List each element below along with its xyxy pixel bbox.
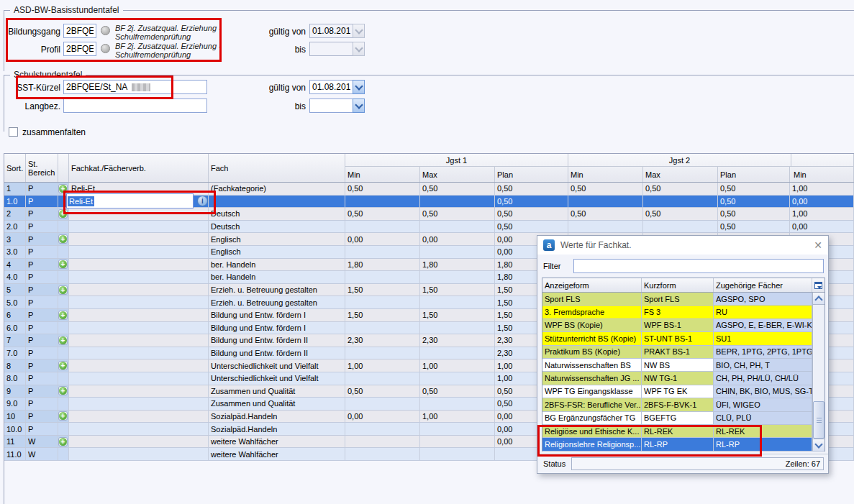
table-cell[interactable]: P (26, 411, 58, 423)
fachkat-list-row[interactable]: BG Ergänzungsfächer TGBGEFTGCLÜ, PLÜ (542, 412, 825, 425)
table-cell[interactable]: 0,50 (495, 208, 568, 220)
table-cell[interactable] (69, 334, 209, 347)
table-cell[interactable]: 0,50 (718, 221, 790, 233)
col-header-fachkat[interactable]: Fachkat./Fächerverb. (69, 154, 209, 182)
table-row[interactable]: 2.0PDeutsch0,500,500,00 (4, 221, 854, 234)
add-row-button[interactable]: + (58, 311, 68, 320)
list-cell[interactable]: ST-UNT BS-1 (642, 332, 714, 344)
table-cell[interactable]: 1,50 (420, 284, 495, 296)
table-cell[interactable] (420, 246, 495, 258)
col-header-min-1[interactable]: Min (345, 167, 420, 182)
table-cell[interactable] (643, 221, 718, 233)
fachkat-list-row[interactable]: Naturwissenschaften BSNW BSBIO, CH, PH, … (542, 359, 825, 372)
table-cell[interactable]: 0,50 (495, 183, 568, 195)
table-cell[interactable]: 0,00 (790, 221, 854, 233)
table-cell[interactable] (345, 448, 420, 460)
table-cell[interactable] (69, 322, 209, 334)
table-cell[interactable]: 1,80 (345, 259, 420, 271)
table-cell[interactable]: 2,30 (345, 334, 420, 347)
table-cell[interactable]: Bildung und Entw. fördern II (209, 347, 345, 359)
list-cell[interactable]: Sport FLS (542, 293, 642, 305)
table-cell[interactable]: 0,50 (345, 208, 420, 220)
gueltig-von-dropdown-2[interactable] (353, 80, 365, 94)
table-cell[interactable]: 0,50 (568, 208, 643, 220)
list-cell[interactable]: FS 3 (642, 306, 714, 318)
table-cell[interactable]: P (26, 322, 58, 334)
table-cell[interactable]: + (58, 385, 69, 398)
table-cell[interactable] (420, 436, 495, 448)
table-cell[interactable]: 1,00 (790, 208, 854, 220)
table-cell[interactable] (345, 372, 420, 385)
table-cell[interactable]: P (26, 334, 58, 347)
add-row-button[interactable]: + (58, 386, 68, 395)
table-cell[interactable] (69, 309, 209, 321)
table-cell[interactable]: P (26, 221, 58, 233)
table-cell[interactable] (209, 196, 345, 208)
table-cell[interactable]: 3 (4, 233, 26, 245)
table-cell[interactable] (69, 233, 209, 245)
table-cell[interactable]: 0,00 (420, 233, 495, 245)
list-cell[interactable]: RL-REK (714, 425, 812, 437)
info-icon[interactable] (101, 44, 110, 53)
table-cell[interactable]: + (58, 284, 69, 296)
table-cell[interactable] (58, 221, 69, 233)
list-cell[interactable]: SU1 (714, 332, 812, 344)
list-cell[interactable]: CH, PH, PH/LÜ, CH/LÜ (714, 372, 812, 384)
list-cell[interactable]: Naturwissenschaften JG ... (542, 372, 642, 384)
table-cell[interactable]: 1,80 (420, 259, 495, 271)
table-cell[interactable]: 7.0 (4, 347, 26, 359)
filter-input[interactable] (573, 259, 824, 273)
table-row[interactable]: 2P+Deutsch0,500,500,500,500,500,501,00 (4, 208, 854, 221)
bildungsgang-input[interactable] (63, 24, 96, 38)
table-cell[interactable]: P (26, 359, 58, 372)
list-cell[interactable]: BEPR, 1PTG, 2PTG, 1PTG-... (714, 346, 812, 358)
table-cell[interactable] (643, 196, 718, 208)
table-cell[interactable]: 5.0 (4, 296, 26, 308)
table-cell[interactable]: + (58, 259, 69, 271)
list-cell[interactable]: WPF TG Eingangsklasse (542, 385, 642, 398)
table-cell[interactable]: Erzieh. u. Betreuung gestalten (209, 284, 345, 296)
table-cell[interactable]: 4.0 (4, 271, 26, 283)
col-header-max-2[interactable]: Max (643, 167, 718, 182)
table-cell[interactable] (345, 246, 420, 258)
table-cell[interactable]: P (26, 259, 58, 271)
list-cell[interactable]: BGEFTG (642, 412, 714, 424)
table-cell[interactable]: Zusammen und Qualität (209, 398, 345, 410)
col-header-min-2[interactable]: Min (568, 167, 643, 182)
table-cell[interactable]: Sozialpäd.Handeln (209, 423, 345, 435)
table-cell[interactable]: W (26, 436, 58, 448)
table-cell[interactable] (58, 271, 69, 283)
table-cell[interactable]: 8 (4, 359, 26, 372)
table-cell[interactable] (420, 322, 495, 334)
table-cell[interactable]: 0,50 (718, 208, 790, 220)
list-cell[interactable]: AGSPO, E, E-BER, E-WI-K... (714, 319, 812, 331)
table-cell[interactable] (69, 448, 209, 460)
table-cell[interactable] (420, 423, 495, 435)
col-header-plan-1[interactable]: Plan (495, 167, 568, 182)
table-cell[interactable]: 1,00 (420, 359, 495, 372)
list-cell[interactable]: PRAKT BS-1 (642, 346, 714, 358)
list-cell[interactable]: Religionslehre Religionsp... (542, 438, 642, 450)
list-cell[interactable]: Sport FLS (642, 293, 714, 305)
table-cell[interactable]: + (58, 436, 69, 448)
table-cell[interactable]: Zusammen und Qualität (209, 385, 345, 398)
list-cell[interactable]: NW BS (642, 359, 714, 371)
table-cell[interactable]: P (26, 284, 58, 296)
table-cell[interactable]: 3.0 (4, 246, 26, 258)
table-cell[interactable]: P (26, 208, 58, 220)
table-cell[interactable]: P (26, 423, 58, 435)
list-cell[interactable]: RL-RP (714, 438, 812, 450)
list-cell[interactable]: NW TG-1 (642, 372, 714, 384)
table-cell[interactable]: 9.0 (4, 398, 26, 410)
list-cell[interactable]: CLÜ, PLÜ (714, 412, 812, 424)
table-cell[interactable]: 6 (4, 309, 26, 321)
table-cell[interactable]: 1,00 (420, 411, 495, 423)
table-cell[interactable]: 0,50 (643, 208, 718, 220)
table-cell[interactable]: W (26, 448, 58, 460)
col-header-plan-2[interactable]: Plan (718, 167, 790, 182)
table-cell[interactable]: P (26, 196, 58, 208)
close-icon[interactable]: ✕ (814, 240, 822, 250)
table-cell[interactable] (69, 271, 209, 283)
list-cell[interactable]: WPF TG EK (642, 385, 714, 398)
table-cell[interactable]: Bildung und Entw. fördern I (209, 322, 345, 334)
